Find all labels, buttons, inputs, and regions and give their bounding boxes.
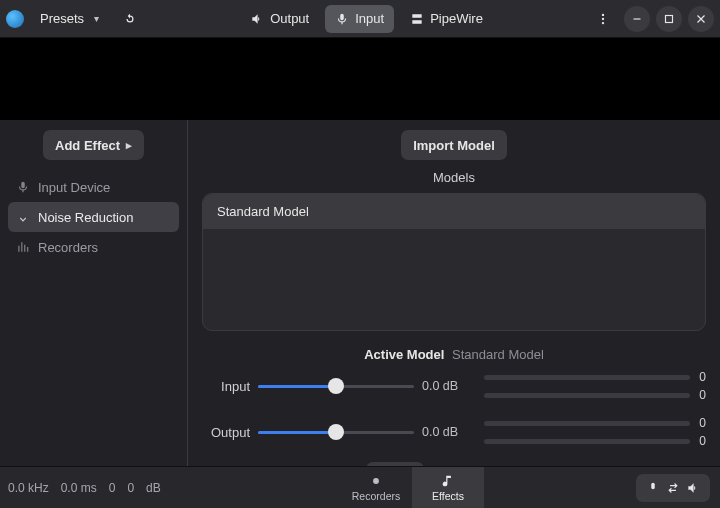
- presets-menu-button[interactable]: Presets: [30, 5, 109, 33]
- status-b: 0: [127, 481, 134, 495]
- output-meter-r: 0: [696, 434, 706, 448]
- input-level-meters: 0 0: [484, 370, 706, 402]
- spectrum-area: [0, 38, 720, 120]
- content: Import Model Models Standard Model Activ…: [188, 120, 720, 466]
- svg-point-2: [602, 21, 604, 23]
- tab-output[interactable]: Output: [240, 5, 319, 33]
- kebab-icon: [596, 12, 610, 26]
- models-list: Standard Model: [202, 193, 706, 331]
- sidebar-item-noise-reduction[interactable]: Noise Reduction: [8, 202, 179, 232]
- input-meter-r: 0: [696, 388, 706, 402]
- routing-button[interactable]: [636, 474, 710, 502]
- output-level-meters: 0 0: [484, 416, 706, 448]
- output-gain-value: 0.0 dB: [422, 425, 476, 439]
- status-unit: dB: [146, 481, 161, 495]
- active-model: Active Model Standard Model: [202, 347, 706, 362]
- menu-button[interactable]: [588, 5, 618, 33]
- minimize-icon: [630, 12, 644, 26]
- headerbar: Presets Output Input PipeWire: [0, 0, 720, 38]
- sidebar-item-recorders[interactable]: Recorders: [8, 232, 179, 262]
- svg-point-0: [602, 13, 604, 15]
- sidebar-item-label: Recorders: [38, 240, 98, 255]
- bottom-tab-effects[interactable]: Effects: [412, 467, 484, 508]
- tab-input-label: Input: [355, 11, 384, 26]
- mic-icon: [646, 481, 660, 495]
- active-model-value: Standard Model: [452, 347, 544, 362]
- sidebar: Add Effect Input Device Noise Reduction …: [0, 120, 188, 466]
- bottom-tab-label: Recorders: [352, 490, 400, 502]
- window-maximize-button[interactable]: [656, 6, 682, 32]
- svg-rect-4: [666, 15, 673, 22]
- tab-output-label: Output: [270, 11, 309, 26]
- status-latency: 0.0 ms: [61, 481, 97, 495]
- bottom-tab-recorders[interactable]: Recorders: [340, 467, 412, 508]
- status-a: 0: [109, 481, 116, 495]
- mic-icon: [335, 12, 349, 26]
- active-model-key: Active Model: [364, 347, 444, 362]
- swap-icon: [666, 481, 680, 495]
- refresh-icon: [123, 12, 137, 26]
- sliders: Input 0.0 dB 0 0 Output: [202, 370, 706, 448]
- bottom-tab-label: Effects: [432, 490, 464, 502]
- close-icon: [694, 12, 708, 26]
- output-gain-label: Output: [202, 425, 250, 440]
- app-icon: [6, 10, 24, 28]
- record-icon: [369, 474, 383, 488]
- output-gain-slider[interactable]: [258, 424, 414, 440]
- input-meter-l: 0: [696, 370, 706, 384]
- sidebar-item-label: Input Device: [38, 180, 110, 195]
- status-readout: 0.0 kHz 0.0 ms 0 0 dB: [0, 467, 188, 508]
- tab-pipewire[interactable]: PipeWire: [400, 5, 493, 33]
- mic-icon: [16, 180, 30, 194]
- speaker-icon: [250, 12, 264, 26]
- input-gain-value: 0.0 dB: [422, 379, 476, 393]
- maximize-icon: [662, 12, 676, 26]
- window-close-button[interactable]: [688, 6, 714, 32]
- svg-point-1: [602, 17, 604, 19]
- input-gain-slider[interactable]: [258, 378, 414, 394]
- output-gain-row: Output 0.0 dB 0 0: [202, 416, 706, 448]
- models-heading: Models: [202, 170, 706, 185]
- output-meter-l: 0: [696, 416, 706, 430]
- add-effect-button[interactable]: Add Effect: [43, 130, 144, 160]
- window-minimize-button[interactable]: [624, 6, 650, 32]
- equalizer-icon: [16, 240, 30, 254]
- model-name: Standard Model: [217, 204, 309, 219]
- add-effect-label: Add Effect: [55, 138, 120, 153]
- arrow-down-icon: [16, 210, 30, 224]
- status-freq: 0.0 kHz: [8, 481, 49, 495]
- import-model-label: Import Model: [413, 138, 495, 153]
- sidebar-item-label: Noise Reduction: [38, 210, 133, 225]
- import-model-button[interactable]: Import Model: [401, 130, 507, 160]
- tab-input[interactable]: Input: [325, 5, 394, 33]
- input-gain-row: Input 0.0 dB 0 0: [202, 370, 706, 402]
- model-row[interactable]: Standard Model: [203, 194, 705, 229]
- speaker-icon: [686, 481, 700, 495]
- tab-pipewire-label: PipeWire: [430, 11, 483, 26]
- bottom-tabs: Recorders Effects: [188, 467, 636, 508]
- refresh-button[interactable]: [115, 5, 145, 33]
- main-area: Add Effect Input Device Noise Reduction …: [0, 120, 720, 466]
- svg-rect-3: [634, 18, 641, 19]
- input-gain-label: Input: [202, 379, 250, 394]
- sidebar-item-input-device[interactable]: Input Device: [8, 172, 179, 202]
- server-icon: [410, 12, 424, 26]
- presets-label: Presets: [40, 11, 84, 26]
- bottombar: 0.0 kHz 0.0 ms 0 0 dB Recorders Effects: [0, 466, 720, 508]
- svg-point-5: [373, 478, 379, 484]
- music-note-icon: [441, 474, 455, 488]
